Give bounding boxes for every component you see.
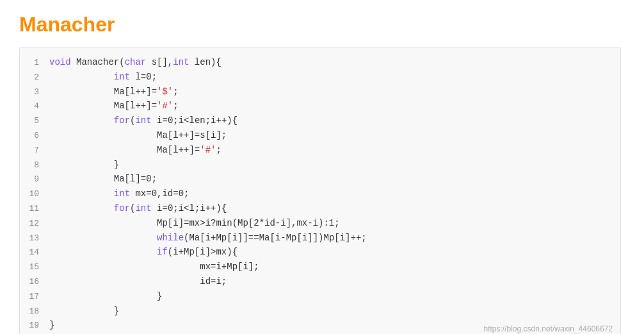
code-content: } <box>49 158 119 172</box>
line-number: 14 <box>20 246 39 260</box>
code-content: Ma[l++]=s[i]; <box>49 128 227 142</box>
code-content: Ma[l++]='$'; <box>49 85 179 99</box>
line-number: 4 <box>20 100 39 113</box>
line-number: 5 <box>20 115 39 128</box>
code-line: 1void Manacher(char s[],int len){ <box>20 55 620 70</box>
code-content: for(int i=0;i<l;i++){ <box>49 201 227 215</box>
code-line: 9 Ma[l]=0; <box>20 172 620 187</box>
page-title: Manacher <box>19 13 625 37</box>
line-number: 17 <box>20 290 39 304</box>
code-line: 14 if(i+Mp[i]>mx){ <box>20 245 620 260</box>
line-number: 9 <box>20 173 39 187</box>
line-number: 19 <box>20 319 39 333</box>
code-content: } <box>49 289 162 303</box>
line-number: 3 <box>20 86 39 99</box>
code-content: } <box>49 318 54 332</box>
code-line: 8 } <box>20 158 620 172</box>
line-number: 16 <box>20 276 39 289</box>
line-number: 18 <box>20 305 39 319</box>
code-line: 12 Mp[i]=mx>i?min(Mp[2*id-i],mx-i):1; <box>20 216 620 231</box>
line-number: 15 <box>20 261 39 274</box>
code-content: if(i+Mp[i]>mx){ <box>49 245 237 259</box>
code-content: void Manacher(char s[],int len){ <box>49 55 221 69</box>
code-content: id=i; <box>49 274 227 288</box>
code-line: 10 int mx=0,id=0; <box>20 187 620 201</box>
line-number: 10 <box>20 188 39 201</box>
code-content: Ma[l++]='#'; <box>49 99 179 113</box>
code-line: 17 } <box>20 289 620 304</box>
code-content: } <box>49 304 119 318</box>
code-line: 3 Ma[l++]='$'; <box>20 85 620 99</box>
code-block: 1void Manacher(char s[],int len){2 int l… <box>19 47 621 334</box>
code-line: 7 Ma[l++]='#'; <box>20 143 620 158</box>
code-line: 15 mx=i+Mp[i]; <box>20 260 620 274</box>
code-content: for(int i=0;i<len;i++){ <box>49 113 237 128</box>
line-number: 12 <box>20 217 39 231</box>
code-content: Mp[i]=mx>i?min(Mp[2*id-i],mx-i):1; <box>49 216 340 230</box>
code-content: while(Ma[i+Mp[i]]==Ma[i-Mp[i]])Mp[i]++; <box>49 231 367 245</box>
code-line: 5 for(int i=0;i<len;i++){ <box>20 113 620 128</box>
code-content: Ma[l++]='#'; <box>49 143 221 157</box>
code-line: 18 } <box>20 304 620 319</box>
line-number: 13 <box>20 232 39 246</box>
line-number: 8 <box>20 159 39 172</box>
line-number: 1 <box>20 56 39 70</box>
line-number: 2 <box>20 71 39 85</box>
code-line: 2 int l=0; <box>20 70 620 85</box>
line-number: 6 <box>20 129 39 143</box>
code-line: 16 id=i; <box>20 274 620 289</box>
code-content: mx=i+Mp[i]; <box>49 260 259 274</box>
code-line: 6 Ma[l++]=s[i]; <box>20 128 620 143</box>
code-content: Ma[l]=0; <box>49 172 157 186</box>
watermark: https://blog.csdn.net/waxin_44606672 <box>484 323 613 334</box>
code-content: int mx=0,id=0; <box>49 187 189 201</box>
code-content: int l=0; <box>49 70 157 84</box>
code-line: 11 for(int i=0;i<l;i++){ <box>20 201 620 216</box>
code-line: 13 while(Ma[i+Mp[i]]==Ma[i-Mp[i]])Mp[i]+… <box>20 231 620 246</box>
code-line: 4 Ma[l++]='#'; <box>20 99 620 113</box>
line-number: 7 <box>20 144 39 158</box>
line-number: 11 <box>20 203 39 216</box>
